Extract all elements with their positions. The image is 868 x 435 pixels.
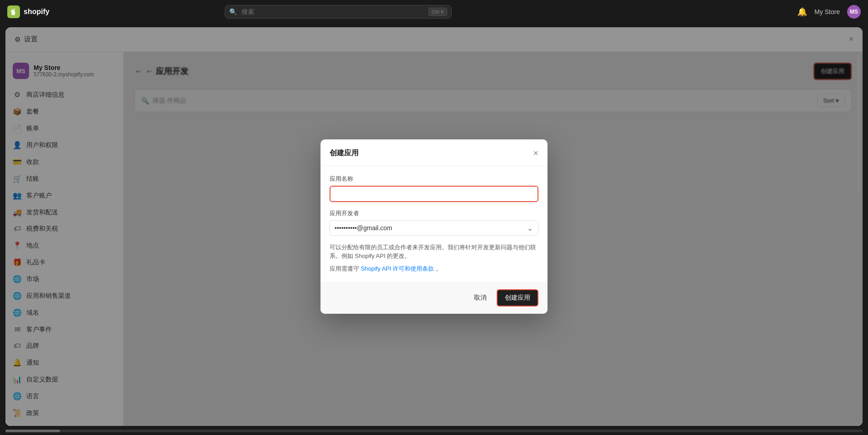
nav-right: 🔔 My Store MS <box>797 5 861 19</box>
notification-bell-icon[interactable]: 🔔 <box>797 7 807 17</box>
api-terms-link[interactable]: Shopify API 许可和使用条款 <box>361 265 434 272</box>
bottom-scrollbar-thumb <box>5 430 60 432</box>
create-app-submit-button[interactable]: 创建应用 <box>497 289 538 306</box>
shopify-logo[interactable]: shopify <box>7 5 49 18</box>
app-name-label: 应用名称 <box>330 175 538 183</box>
search-bar: 🔍 Ctrl K <box>225 5 452 19</box>
create-app-modal: 创建应用 × 应用名称 应用开发者 ••••••••••@gmail.com <box>321 139 547 314</box>
shopify-text: shopify <box>24 8 49 16</box>
search-shortcut: Ctrl K <box>429 8 448 16</box>
app-name-input[interactable] <box>330 186 538 202</box>
search-icon: 🔍 <box>229 8 237 15</box>
store-name-nav: My Store <box>814 8 840 15</box>
modal-close-button[interactable]: × <box>533 148 538 158</box>
modal-body: 应用名称 应用开发者 ••••••••••@gmail.com 可以分配给有限的… <box>321 166 547 282</box>
app-developer-label: 应用开发者 <box>330 209 538 218</box>
avatar[interactable]: MS <box>847 5 861 19</box>
bottom-scrollbar[interactable] <box>5 430 863 432</box>
cancel-button[interactable]: 取消 <box>469 290 492 306</box>
modal-header: 创建应用 × <box>321 139 547 166</box>
terms-text: 应用需遵守 Shopify API 许可和使用条款 。 <box>330 264 538 273</box>
help-text-main: 可以分配给有限的员工或合作者来开发应用。我们将针对开发更新问题与他们联系。例如 … <box>330 244 536 260</box>
developer-select-wrapper: ••••••••••@gmail.com <box>330 220 538 236</box>
developer-select[interactable]: ••••••••••@gmail.com <box>330 220 538 236</box>
link-pre-text: 应用需遵守 <box>330 265 359 272</box>
shopify-logo-icon <box>7 5 20 18</box>
top-navigation: shopify 🔍 Ctrl K 🔔 My Store MS <box>0 0 868 24</box>
settings-window: ⚙ 设置 × MS My Store 577630-2.myshopify.co… <box>5 27 863 426</box>
help-text: 可以分配给有限的员工或合作者来开发应用。我们将针对开发更新问题与他们联系。例如 … <box>330 243 538 261</box>
modal-footer: 取消 创建应用 <box>321 282 547 314</box>
app-name-form-group: 应用名称 <box>330 175 538 202</box>
search-input[interactable] <box>225 5 452 19</box>
modal-overlay: 创建应用 × 应用名称 应用开发者 ••••••••••@gmail.com <box>5 52 863 426</box>
settings-body: MS My Store 577630-2.myshopify.com ⚙ 商店详… <box>5 52 863 426</box>
modal-title: 创建应用 <box>330 148 359 158</box>
developer-form-group: 应用开发者 ••••••••••@gmail.com <box>330 209 538 236</box>
link-post-text: 。 <box>436 265 442 272</box>
